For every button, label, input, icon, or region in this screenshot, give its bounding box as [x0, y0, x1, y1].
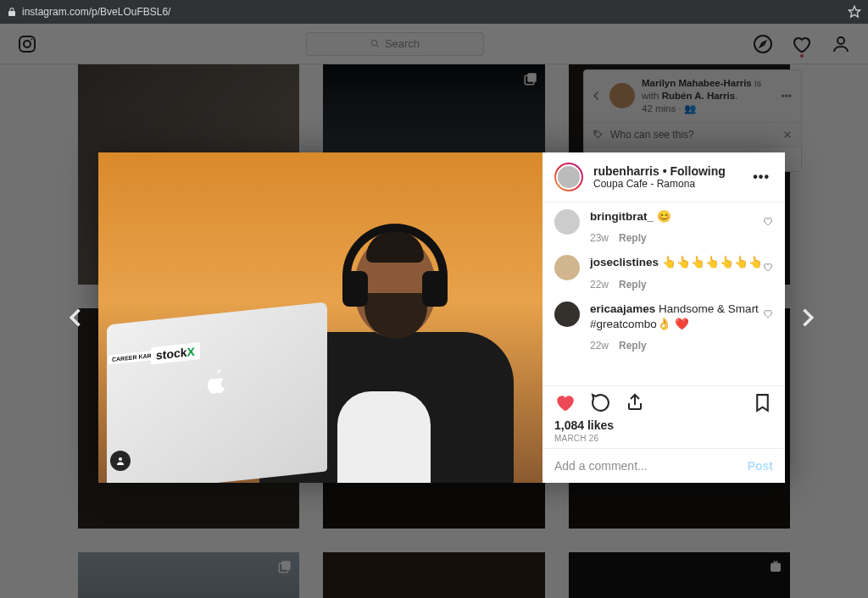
browser-address-bar: instagram.com/p/BveLOuFBSL6/ — [0, 0, 868, 24]
comment-time: 22w — [590, 279, 609, 291]
author-username[interactable]: rubenharris — [593, 164, 659, 178]
post-header: rubenharris • Following Coupa Cafe - Ram… — [542, 152, 785, 202]
post-location[interactable]: Coupa Cafe - Ramona — [593, 178, 749, 190]
svg-point-17 — [119, 457, 122, 461]
svg-marker-0 — [849, 6, 860, 17]
commenter-avatar[interactable] — [554, 255, 580, 280]
comment-item: ericaajames Handsome & Smart #greatcombo… — [554, 302, 773, 353]
comment-item: bringitbrat_ 😊 23wReply — [554, 209, 773, 245]
apple-logo-icon — [205, 368, 229, 401]
previous-post-arrow[interactable] — [64, 306, 88, 329]
like-icon[interactable] — [554, 391, 576, 413]
reply-button[interactable]: Reply — [619, 232, 647, 244]
post-modal: CAREER KARMA stockX rubenharris • Follow… — [98, 152, 785, 483]
lock-icon — [7, 7, 17, 17]
post-more-icon[interactable]: ••• — [749, 169, 773, 185]
post-image[interactable]: CAREER KARMA stockX — [98, 152, 542, 483]
likes-count[interactable]: 1,084 likes — [554, 418, 773, 432]
comment-icon[interactable] — [590, 392, 611, 413]
add-comment-row: Post — [542, 448, 785, 483]
reply-button[interactable]: Reply — [619, 279, 647, 291]
commenter-avatar[interactable] — [554, 302, 580, 327]
url-text: instagram.com/p/BveLOuFBSL6/ — [22, 6, 848, 18]
comment-time: 23w — [590, 232, 609, 244]
post-actions: 1,084 likes MARCH 26 — [542, 385, 785, 448]
commenter-username[interactable]: joseclistines — [590, 256, 659, 269]
like-comment-icon[interactable] — [763, 302, 773, 353]
commenter-username[interactable]: ericaajames — [590, 302, 655, 315]
sticker-stockx: stockX — [151, 342, 200, 364]
share-icon[interactable] — [625, 392, 645, 413]
comment-time: 22w — [590, 340, 609, 352]
save-icon[interactable] — [752, 392, 773, 413]
author-avatar[interactable] — [554, 163, 583, 191]
comment-item: joseclistines 👆👆👆👆👆👆👆 22wReply — [554, 255, 773, 291]
comment-text: 😊 — [654, 210, 671, 223]
bookmark-star-icon[interactable] — [848, 5, 861, 19]
commenter-username[interactable]: bringitbrat_ — [590, 210, 654, 223]
like-comment-icon[interactable] — [763, 209, 773, 245]
like-comment-icon[interactable] — [763, 255, 773, 291]
comment-input[interactable] — [554, 459, 748, 473]
reply-button[interactable]: Reply — [619, 340, 647, 352]
follow-state[interactable]: Following — [670, 164, 726, 178]
comments-list: bringitbrat_ 😊 23wReply joseclistines 👆👆… — [542, 202, 785, 385]
comment-text: 👆👆👆👆👆👆👆 — [659, 256, 763, 269]
next-post-arrow[interactable] — [795, 306, 819, 329]
commenter-avatar[interactable] — [554, 209, 580, 235]
follow-separator: • — [659, 164, 670, 178]
submit-comment-button[interactable]: Post — [748, 459, 773, 473]
tagged-people-icon[interactable] — [110, 451, 131, 471]
post-date: MARCH 26 — [554, 434, 773, 443]
